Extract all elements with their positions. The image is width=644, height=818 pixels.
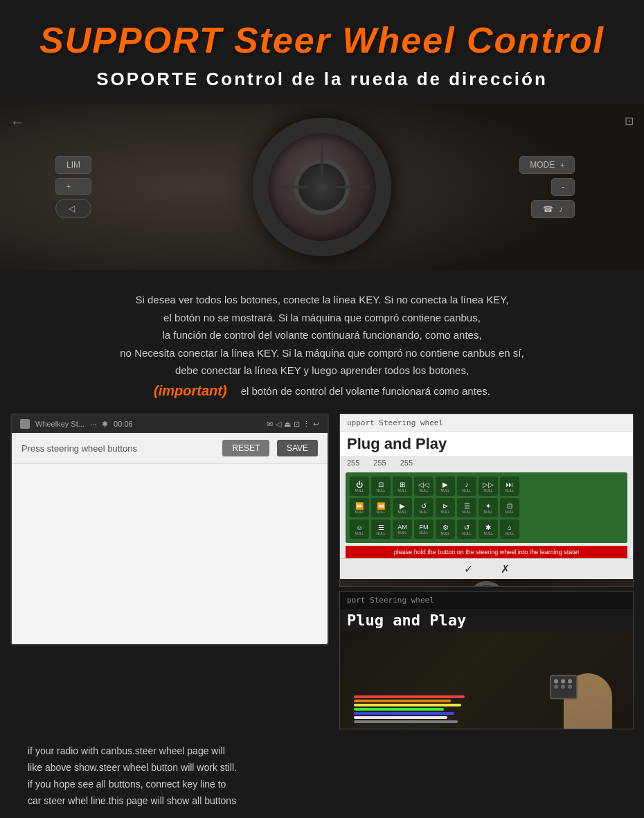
- icon-bt: ✱NULL: [478, 519, 498, 539]
- icon-power: ⏻NULL: [350, 477, 369, 496]
- left-btn-bottom: ◁: [55, 199, 91, 218]
- app-screen: Wheelkey St... ··· ✱ 00:06 ✉ ◁ ⏏ ⊡ ⋮ ↩: [10, 414, 329, 646]
- press-row: Press steering wheel buttons RESET SAVE: [12, 433, 328, 464]
- desc-line-4: no Necesita conectar la línea KEY. Si la…: [42, 344, 602, 362]
- icon-grid: ⏻NULL ⊡NULL ⊞NULL ◁◁NULL ▶NULL ♪NULL ▷▷N…: [346, 472, 627, 543]
- desc-line-1: Si desea ver todos los botones, conecte …: [42, 291, 602, 309]
- wire-green: [354, 708, 444, 711]
- mode-btn: MODE+: [519, 156, 575, 174]
- wiring-photo: [340, 632, 633, 729]
- header-section: SUPPORT Steer Wheel Control SOPORTE Cont…: [0, 0, 644, 104]
- icon-r3: ⏪NULL: [371, 498, 391, 517]
- pin-5: [561, 685, 565, 689]
- statusbar-icons: ✉ ◁ ⏏ ⊡ ⋮ ↩: [267, 420, 319, 429]
- eject-icon: ⏏: [284, 420, 291, 429]
- wire-blue: [354, 712, 454, 715]
- app-statusbar: Wheelkey St... ··· ✱ 00:06 ✉ ◁ ⏏ ⊡ ⋮ ↩: [12, 415, 328, 433]
- icon-fm: FMNULL: [414, 519, 433, 539]
- bottom-text-section: if your radio with canbus.steer wheel pa…: [0, 729, 644, 818]
- steering-wheel-image: LIM + ◁ MODE+ - ☎♪ ← ⊡: [0, 104, 644, 270]
- icon-row-2: ⏩NULL ⏪NULL ▶NULL ↺NULL ⊳NULL ☰NULL ✦NUL…: [350, 498, 623, 517]
- app-name: Wheelkey St...: [35, 420, 84, 428]
- icon-r9: ⊡NULL: [500, 498, 519, 517]
- screenshot-top: upport Steering wheel Plug and Play 255 …: [339, 414, 634, 587]
- icon-r4: ▶NULL: [393, 498, 412, 517]
- bluetooth-icon: ✱: [102, 420, 108, 429]
- connector-pins: [551, 677, 576, 692]
- pin-3: [568, 679, 572, 684]
- icon-next: ⏭NULL: [500, 477, 519, 496]
- home-icon[interactable]: [20, 419, 30, 429]
- icon-vup: ▶NULL: [436, 477, 455, 496]
- icon-row-3: ☺NULL ☰NULL AMNULL FMNULL ⚙NULL ↺NULL ✱N…: [350, 519, 623, 539]
- save-button[interactable]: SAVE: [277, 440, 318, 456]
- numbers-row: 255 255 255: [340, 456, 633, 470]
- close-icon[interactable]: ✗: [501, 562, 510, 576]
- phone-btns: ☎♪: [531, 200, 575, 218]
- icon-r7: ☰NULL: [457, 498, 476, 517]
- pin-1: [554, 679, 558, 684]
- icon-rw: ⊞NULL: [393, 477, 412, 496]
- bottom-text-1: if your radio with canbus.steer wheel pa…: [28, 743, 325, 760]
- icon-r31: ☺NULL: [350, 519, 369, 539]
- pin-2: [561, 679, 565, 684]
- press-text: Press steering wheel buttons: [21, 443, 137, 454]
- spoke-right: [334, 186, 369, 188]
- icon-home: ⌂NULL: [500, 519, 519, 539]
- icon-r8: ✦NULL: [478, 498, 498, 517]
- screenshot-bottom: port Steering wheel Plug and Play: [339, 591, 634, 729]
- wire-gray: [354, 720, 458, 723]
- bottom-text-4: car steer whel line.this page will show …: [28, 793, 325, 810]
- check-x-row: ✓ ✗: [340, 558, 633, 579]
- photo-icon: ⊡: [294, 420, 300, 429]
- sc-header-top: upport Steering wheel: [340, 414, 633, 432]
- desc-line-2: el botón no se mostrará. Si la máquina q…: [42, 309, 602, 327]
- steering-wheel-ring: [253, 118, 391, 256]
- icon-settings: ⚙NULL: [436, 519, 455, 539]
- pin-4: [554, 685, 558, 689]
- minus-btn: -: [551, 178, 575, 196]
- wire-orange: [354, 700, 451, 702]
- connector: [550, 675, 578, 700]
- desc-line-5: debe conectar la línea KEY y luego apren…: [42, 362, 602, 380]
- learn-bar: please hold the button on the steering w…: [346, 546, 627, 558]
- icon-refresh: ↺NULL: [457, 519, 476, 539]
- icon-ff: ▷▷NULL: [478, 477, 498, 496]
- bottom-text-2: like above show.steer wheel button will …: [28, 760, 325, 776]
- volume-icon: ◁: [276, 420, 281, 429]
- bottom-panels: Wheelkey St... ··· ✱ 00:06 ✉ ◁ ⏏ ⊡ ⋮ ↩: [0, 414, 644, 729]
- icon-am: AMNULL: [393, 519, 412, 539]
- icon-mute: ♪NULL: [457, 477, 476, 496]
- sc-header-bottom: port Steering wheel: [340, 592, 633, 609]
- num-3: 255: [400, 459, 413, 467]
- sw-small: [467, 581, 506, 587]
- status-dots: ···: [90, 420, 96, 428]
- time-display: 00:06: [114, 420, 133, 428]
- reset-button[interactable]: RESET: [222, 440, 269, 456]
- wire-red: [354, 695, 465, 698]
- nav-icon-left: ←: [10, 114, 24, 130]
- wire-purple: [354, 729, 465, 729]
- icon-r6: ⊳NULL: [436, 498, 455, 517]
- car-photo-small: [340, 579, 633, 587]
- spoke-top: [321, 140, 323, 175]
- spoke-left: [275, 186, 310, 188]
- icon-r32: ☰NULL: [371, 519, 391, 539]
- app-blank-area: [12, 464, 328, 644]
- envelope-icon: ✉: [267, 420, 273, 429]
- desc-line-6: el botón de control del volante funciona…: [241, 382, 490, 400]
- bottom-text-3: if you hope see all buttons, connect key…: [28, 776, 325, 793]
- left-btn-middle: +: [55, 178, 91, 195]
- pin-6: [568, 685, 572, 689]
- check-icon[interactable]: ✓: [464, 562, 473, 576]
- right-controls: MODE+ - ☎♪: [519, 156, 575, 218]
- main-title: SUPPORT Steer Wheel Control: [14, 21, 630, 60]
- subtitle: SOPORTE Control de la rueda de dirección: [14, 69, 630, 90]
- icon-row-1: ⏻NULL ⊡NULL ⊞NULL ◁◁NULL ▶NULL ♪NULL ▷▷N…: [350, 477, 623, 496]
- num-1: 255: [347, 459, 359, 467]
- back-icon: ↩: [313, 420, 319, 429]
- menu-dots: ⋮: [303, 420, 310, 429]
- wire-black: [354, 724, 440, 727]
- wire-white: [354, 716, 447, 719]
- num-2: 255: [373, 459, 386, 467]
